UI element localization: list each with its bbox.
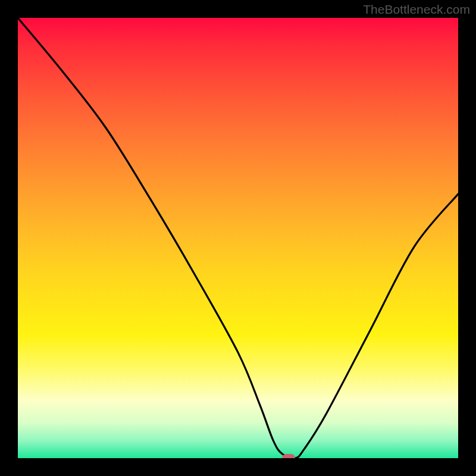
chart-curve	[18, 18, 458, 458]
chart-marker	[282, 454, 295, 458]
watermark-label: TheBottleneck.com	[363, 2, 470, 17]
chart-plot-area	[18, 18, 458, 458]
